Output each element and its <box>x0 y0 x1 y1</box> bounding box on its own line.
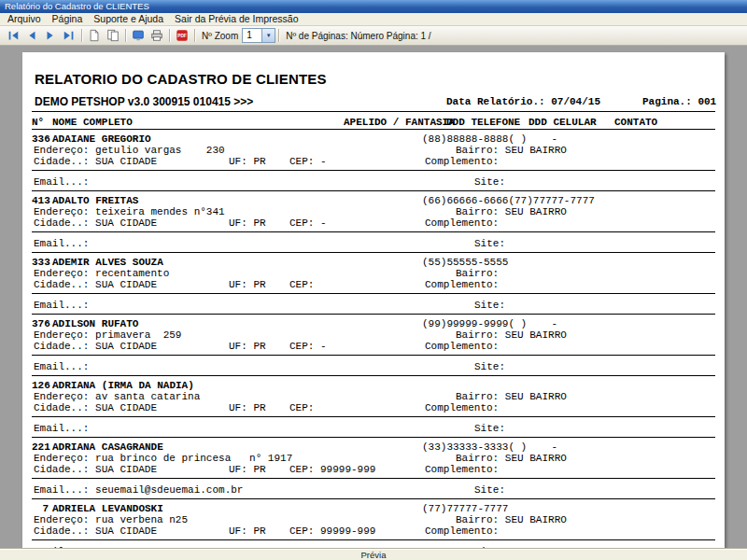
field-label: CEP: <box>289 156 314 167</box>
field-value: PR <box>253 525 265 537</box>
email-field: Email...: <box>34 361 95 372</box>
field-label: Complemento: <box>425 341 499 352</box>
field-label: Bairro: <box>456 268 499 279</box>
field-value: PR <box>253 217 265 229</box>
field-value: SUA CIDADE <box>95 464 157 475</box>
field-label: Endereço: <box>34 206 89 217</box>
complement-field: Complemento: <box>425 464 505 475</box>
field-label: Complemento: <box>425 156 499 167</box>
zip-field: CEP: - <box>289 341 327 352</box>
field-value: SEU BAIRRO <box>505 145 567 156</box>
preview-area[interactable]: RELATORIO DO CADASTRO DE CLIENTES DEMO P… <box>0 46 747 549</box>
next-page-icon <box>44 29 57 42</box>
record-city-line: Cidade..: SUA CIDADEUF: PRCEP: -Compleme… <box>22 217 725 229</box>
record-divider <box>32 231 715 232</box>
field-value: SEU BAIRRO <box>505 329 567 341</box>
field-value: seuemail@sdeuemai.com.br <box>95 484 243 496</box>
pdf-icon: PDF <box>176 29 189 42</box>
toolbar-separator <box>125 29 126 42</box>
client-number: 7 <box>32 503 49 514</box>
state-field: UF: PR <box>229 217 266 229</box>
field-value: av santa catarina <box>95 391 200 402</box>
report-date: Data Relatório.: 07/04/15 <box>446 96 600 107</box>
field-label: UF: <box>229 525 247 537</box>
prev-page-icon <box>25 29 38 42</box>
report-page: RELATORIO DO CADASTRO DE CLIENTES DEMO P… <box>22 52 725 549</box>
page-setup-button[interactable] <box>85 27 104 44</box>
field-value: PR <box>253 402 265 413</box>
document-icon <box>88 29 101 42</box>
column-headers: N° NOME COMPLETO APELIDO / FANTASIA DDD … <box>22 117 725 128</box>
zoom-value: 1 <box>243 29 261 42</box>
record-email-line: Email...: Site: <box>22 361 725 372</box>
record-divider <box>32 170 715 171</box>
field-label: CEP: <box>289 279 314 290</box>
zoom-select[interactable]: 1 ▼ <box>242 28 275 43</box>
field-label: Site: <box>474 238 505 249</box>
menu-arquivo[interactable]: Arquivo <box>2 13 47 25</box>
address-field: Endereço: getulio vargas 230 <box>34 145 225 156</box>
record-city-line: Cidade..: SUA CIDADEUF: PRCEP: Complemen… <box>22 279 725 290</box>
record-email-line: Email...: Site: <box>22 300 725 311</box>
client-name: ADEMIR ALVES SOUZA <box>52 257 163 268</box>
field-label: Bairro: <box>456 206 499 217</box>
status-bar: Prévia <box>0 549 747 560</box>
client-number: 413 <box>32 195 49 206</box>
address-field: Endereço: primavera 259 <box>34 329 181 341</box>
record-address-line: Endereço: primavera 259Bairro: SEU BAIRR… <box>22 329 725 341</box>
field-label: Endereço: <box>34 514 89 525</box>
client-record: 336ADAIANE GREGORIO(88)88888-8888( ) - E… <box>22 132 725 193</box>
city-field: Cidade..: SUA CIDADE <box>34 217 157 229</box>
record-divider <box>32 416 715 417</box>
state-field: UF: PR <box>229 341 266 352</box>
client-name: ADALTO FREITAS <box>52 195 138 206</box>
menu-suporte-ajuda[interactable]: Suporte e Ajuda <box>88 13 169 25</box>
col-header-nome: NOME COMPLETO <box>52 117 133 128</box>
menu-pagina[interactable]: Página <box>47 13 89 25</box>
field-label: Email...: <box>34 423 89 434</box>
field-label: CEP: <box>289 525 314 537</box>
field-value: SUA CIDADE <box>95 156 157 167</box>
zoom-label: Nº Zoom <box>202 31 238 41</box>
window-titlebar[interactable]: Relatório do Cadastro de CLIENTES <box>0 0 747 13</box>
state-field: UF: PR <box>229 402 266 413</box>
field-value: recentamento <box>95 268 169 279</box>
field-label: Complemento: <box>425 464 499 475</box>
pdf-export-button[interactable]: PDF <box>173 27 191 44</box>
field-label: Bairro: <box>456 391 499 402</box>
field-label: UF: <box>229 156 247 167</box>
record-city-line: Cidade..: SUA CIDADEUF: PRCEP: Complemen… <box>22 402 725 413</box>
screen-view-button[interactable] <box>129 27 148 44</box>
zip-field: CEP: - <box>289 217 327 229</box>
two-pages-icon <box>106 29 120 42</box>
field-label: Bairro: <box>456 329 499 341</box>
field-label: Site: <box>474 300 505 311</box>
address-field: Endereço: av santa catarina <box>34 391 200 402</box>
prev-page-button[interactable] <box>22 27 41 44</box>
print-button[interactable] <box>148 27 166 44</box>
last-page-button[interactable] <box>60 27 78 44</box>
client-number: 333 <box>32 257 49 268</box>
district-field: Bairro: SEU BAIRRO <box>456 145 567 156</box>
menu-sair-previa-impressao[interactable]: Sair da Prévia de Impressão <box>169 13 303 25</box>
field-value: SUA CIDADE <box>95 279 157 290</box>
field-value: PR <box>253 464 265 475</box>
client-record: 376ADILSON RUFATO(99)99999-9999( ) - End… <box>22 316 725 378</box>
client-record: 221ADRIANA CASAGRANDE(33)33333-3333( ) -… <box>22 440 725 501</box>
field-label: UF: <box>229 217 247 229</box>
next-page-button[interactable] <box>41 27 60 44</box>
field-label: Endereço: <box>34 453 89 464</box>
first-page-button[interactable] <box>4 27 22 44</box>
chevron-down-icon[interactable]: ▼ <box>261 29 275 42</box>
city-field: Cidade..: SUA CIDADE <box>34 464 157 475</box>
address-field: Endereço: rua verbena n25 <box>34 514 188 525</box>
field-value: rua verbena n25 <box>95 514 188 525</box>
multi-page-view-button[interactable] <box>104 27 122 44</box>
toolbar-separator <box>169 29 170 42</box>
client-name: ADRIANA CASAGRANDE <box>52 441 163 453</box>
field-label: UF: <box>229 402 247 413</box>
field-label: Endereço: <box>34 391 89 402</box>
client-number: 221 <box>32 441 49 453</box>
field-label: Cidade..: <box>34 217 89 229</box>
address-field: Endereço: rua brinco de princesa n° 1917 <box>34 453 292 464</box>
